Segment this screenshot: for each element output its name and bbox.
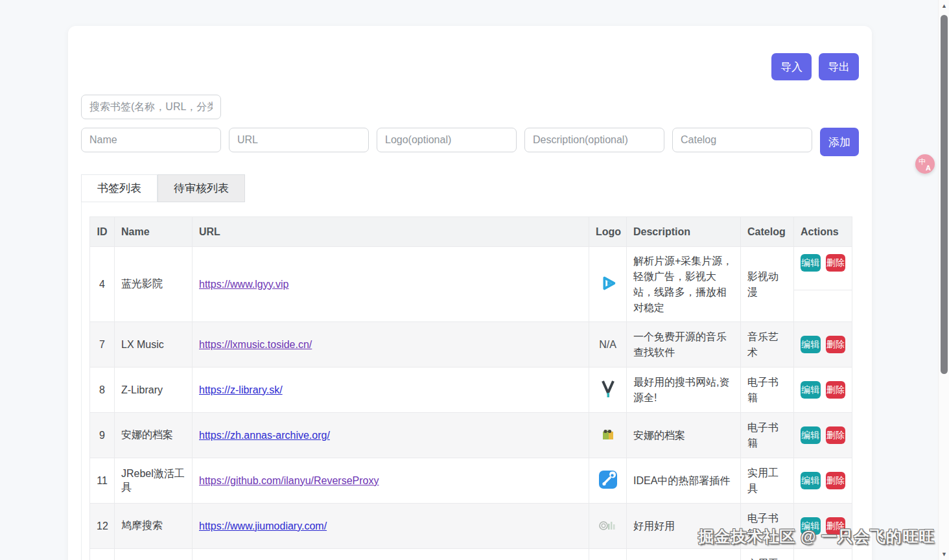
bookmark-logo-cell: N/A: [589, 549, 627, 560]
logo-field[interactable]: [377, 128, 517, 152]
bookmark-url-cell: https://www.lgyy.vip: [193, 247, 589, 322]
edit-button[interactable]: 编辑: [801, 426, 821, 444]
tab-pending-review-list[interactable]: 待审核列表: [158, 174, 245, 202]
delete-button[interactable]: 删除: [826, 254, 846, 272]
table-row: 7 LX Music https://lxmusic.toside.cn/ N/…: [90, 322, 852, 368]
bookmark-description: 最好用的搜书网站,资源全!: [627, 368, 741, 413]
bookmark-id: [90, 549, 115, 560]
bookmark-catelog: 实用工具: [741, 549, 794, 560]
bookmark-url-cell: https://github.com/ilanyu/ReverseProxy: [193, 458, 589, 504]
bookmark-url-cell: [193, 549, 589, 560]
translate-en-glyph: A: [926, 164, 931, 172]
bookmark-name: Navicat试用: [115, 549, 193, 560]
tab-bar: 书签列表 待审核列表: [81, 174, 859, 202]
bookmark-id: 7: [90, 322, 115, 368]
bookmark-catelog: 影视动漫: [741, 247, 794, 322]
bookmark-name: JRebel激活工具: [115, 458, 193, 504]
translate-fab-button[interactable]: 中 A: [915, 154, 935, 174]
header-catelog: Catelog: [741, 217, 794, 247]
delete-button[interactable]: 删除: [826, 472, 846, 489]
translate-zh-glyph: 中: [919, 157, 926, 167]
snail-logo-icon: [598, 518, 618, 535]
wrench-logo-icon: [598, 470, 618, 492]
edit-button[interactable]: 编辑: [801, 381, 821, 399]
bookmark-logo-cell: N/A: [589, 504, 627, 549]
bookmark-list-panel: ID Name URL Logo Description Catelog Act…: [81, 202, 859, 560]
bookmark-name: Z-Library: [115, 368, 193, 413]
page: 导入 导出 添加 书签列表 待审核列表: [0, 0, 949, 560]
add-bookmark-form: 添加: [81, 128, 859, 156]
annas-archive-logo-icon: [600, 426, 616, 445]
table-row: 4 蓝光影院 https://www.lgyy.vip N/A: [90, 247, 852, 322]
header-name: Name: [115, 217, 193, 247]
table-row: Navicat试用 N/A: [90, 549, 852, 560]
delete-button[interactable]: 删除: [826, 381, 846, 399]
url-field[interactable]: [229, 128, 369, 152]
edit-button[interactable]: 编辑: [801, 254, 821, 272]
table-row: 8 Z-Library https://z-library.sk/ N/A: [90, 368, 852, 413]
bookmark-logo-cell: N/A: [589, 247, 627, 322]
scrollbar-down-arrow[interactable]: ▼: [939, 550, 949, 559]
toolbar: 导入 导出: [81, 53, 859, 80]
bookmark-url-cell: https://www.jiumodiary.com/: [193, 504, 589, 549]
bookmark-description: 一个免费开源的音乐查找软件: [627, 322, 741, 368]
na-logo-text: N/A: [599, 339, 616, 350]
edit-button[interactable]: 编辑: [801, 472, 821, 489]
edit-button[interactable]: 编辑: [801, 517, 821, 535]
table-row: 11 JRebel激活工具 https://github.com/ilanyu/…: [90, 458, 852, 504]
bookmark-table-body: 4 蓝光影院 https://www.lgyy.vip N/A: [90, 247, 852, 560]
bookmark-url-link[interactable]: https://lxmusic.toside.cn/: [199, 339, 312, 350]
tab-bookmark-list[interactable]: 书签列表: [81, 174, 158, 202]
add-button[interactable]: 添加: [820, 128, 859, 156]
bookmark-catelog: 电子书籍: [741, 368, 794, 413]
bookmark-url-link[interactable]: https://z-library.sk/: [199, 384, 283, 395]
bookmark-logo-cell: N/A: [589, 322, 627, 368]
scrollbar-up-arrow[interactable]: ▲: [939, 1, 949, 10]
bookmark-actions-cell: 编辑 删除: [794, 368, 852, 413]
bookmark-description: 好用好用: [627, 504, 741, 549]
delete-button[interactable]: 删除: [826, 336, 846, 353]
bookmark-logo-cell: N/A: [589, 413, 627, 458]
bookmark-manager-card: 导入 导出 添加 书签列表 待审核列表: [68, 26, 872, 560]
search-input[interactable]: [81, 95, 221, 119]
bookmark-name: 鸠摩搜索: [115, 504, 193, 549]
header-logo: Logo: [589, 217, 627, 247]
import-button[interactable]: 导入: [771, 53, 812, 80]
bookmark-logo-cell: N/A: [589, 458, 627, 504]
bookmark-url-cell: https://zh.annas-archive.org/: [193, 413, 589, 458]
bookmark-actions-cell: 编辑 删除: [794, 322, 852, 368]
delete-button[interactable]: 删除: [826, 426, 846, 444]
description-field[interactable]: [524, 128, 664, 152]
zlibrary-logo-icon: [599, 379, 617, 401]
table-row: 12 鸠摩搜索 https://www.jiumodiary.com/ N/A: [90, 504, 852, 549]
bookmark-name: 蓝光影院: [115, 247, 193, 322]
bookmark-id: 4: [90, 247, 115, 322]
name-field[interactable]: [81, 128, 221, 152]
bookmark-url-link[interactable]: https://github.com/ilanyu/ReverseProxy: [199, 475, 379, 486]
bookmark-description: 解析片源+采集片源，轻微广告，影视大站，线路多，播放相对稳定: [627, 247, 741, 322]
scrollbar-thumb[interactable]: [941, 15, 948, 374]
browser-scrollbar[interactable]: ▲ ▼: [938, 0, 949, 560]
play-logo-icon: [598, 274, 618, 296]
bookmark-description: IDEA中的热部署插件: [627, 458, 741, 504]
bookmark-actions-cell: 编辑 删除: [794, 247, 852, 322]
bookmark-description: [627, 549, 741, 560]
bookmark-url-link[interactable]: https://zh.annas-archive.org/: [199, 430, 330, 441]
bookmark-url-link[interactable]: https://www.lgyy.vip: [199, 279, 288, 290]
table-row: 9 安娜的档案 https://zh.annas-archive.org/ N/…: [90, 413, 852, 458]
header-description: Description: [627, 217, 741, 247]
edit-button[interactable]: 编辑: [801, 336, 821, 353]
bookmark-url-link[interactable]: https://www.jiumodiary.com/: [199, 520, 327, 531]
bookmark-id: 8: [90, 368, 115, 413]
bookmark-actions-cell: 编辑 删除: [794, 458, 852, 504]
bookmark-actions-cell: 编辑 删除: [794, 413, 852, 458]
delete-button[interactable]: 删除: [826, 517, 846, 535]
header-url: URL: [193, 217, 589, 247]
catelog-field[interactable]: [672, 128, 812, 152]
bookmark-catelog: 电子书籍: [741, 504, 794, 549]
bookmark-catelog: 音乐艺术: [741, 322, 794, 368]
bookmark-description: 安娜的档案: [627, 413, 741, 458]
bookmark-name: 安娜的档案: [115, 413, 193, 458]
header-id: ID: [90, 217, 115, 247]
export-button[interactable]: 导出: [819, 53, 859, 80]
